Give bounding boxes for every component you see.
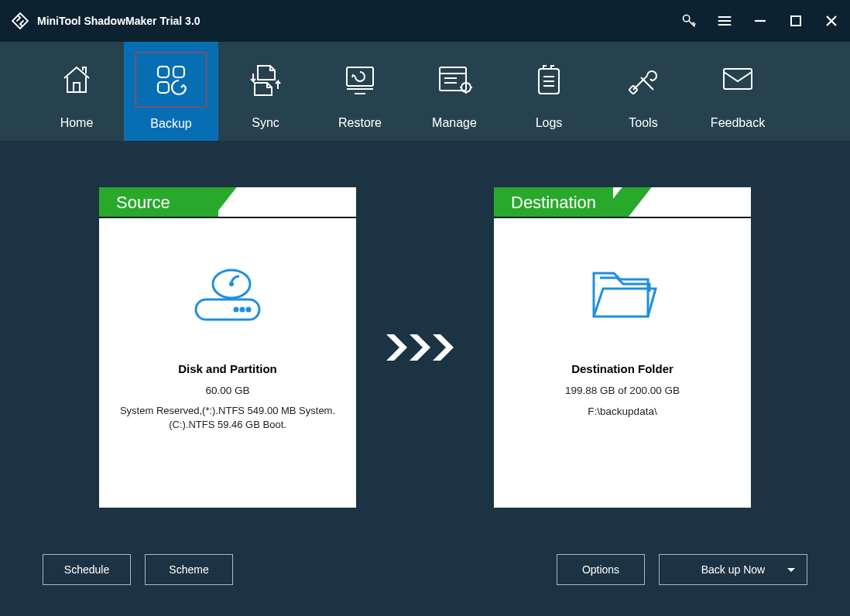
bottom-bar: Schedule Scheme Options Back up Now (43, 554, 807, 585)
close-button[interactable] (824, 13, 839, 29)
svg-point-27 (247, 308, 250, 311)
main-content: Source Disk and Partition 60.00 GB (0, 141, 850, 616)
destination-path: F:\backupdata\ (494, 406, 751, 417)
destination-header-label: Destination (494, 187, 613, 218)
nav-feedback[interactable]: Feedback (691, 42, 785, 141)
nav-label: Logs (536, 116, 563, 130)
svg-rect-11 (158, 82, 169, 93)
title-bar: MiniTool ShadowMaker Trial 3.0 (0, 0, 850, 42)
svg-rect-9 (158, 67, 169, 77)
nav-label: Manage (432, 116, 477, 130)
nav-bar: Home Backup Sync (0, 42, 850, 141)
options-button[interactable]: Options (557, 554, 645, 585)
destination-card-header: Destination (494, 187, 751, 218)
nav-restore[interactable]: Restore (313, 42, 407, 141)
destination-card-body: Destination Folder 199.88 GB of 200.00 G… (494, 218, 751, 417)
caret-down-icon (787, 563, 796, 576)
svg-rect-12 (347, 67, 373, 86)
menu-icon[interactable] (717, 13, 732, 29)
restore-icon (325, 53, 395, 107)
source-card-header: Source (99, 187, 356, 218)
source-title: Disk and Partition (99, 362, 356, 375)
backup-now-button[interactable]: Back up Now (659, 554, 807, 585)
nav-backup[interactable]: Backup (124, 42, 218, 141)
svg-rect-25 (724, 69, 752, 89)
source-header-label: Source (99, 187, 218, 218)
source-detail: System Reserved,(*:).NTFS 549.00 MB Syst… (99, 404, 356, 431)
arrow-icon (382, 328, 468, 367)
source-card-body: Disk and Partition 60.00 GB System Reser… (99, 218, 356, 431)
nav-label: Feedback (711, 116, 765, 130)
nav-manage[interactable]: Manage (407, 42, 502, 141)
nav-logs[interactable]: Logs (502, 42, 596, 141)
svg-point-0 (684, 15, 690, 22)
destination-card[interactable]: Destination Destination Folder 199.88 GB… (494, 187, 751, 508)
nav-home[interactable]: Home (29, 42, 124, 141)
destination-title: Destination Folder (494, 362, 751, 375)
manage-icon (420, 53, 489, 107)
folder-icon (494, 249, 751, 342)
disk-icon (99, 249, 356, 342)
nav-label: Restore (338, 116, 382, 130)
schedule-button[interactable]: Schedule (43, 554, 131, 585)
button-label: Back up Now (701, 563, 765, 576)
nav-label: Backup (150, 117, 191, 131)
maximize-button[interactable] (788, 13, 804, 29)
svg-point-29 (235, 308, 238, 311)
cards-row: Source Disk and Partition 60.00 GB (43, 187, 807, 508)
feedback-icon (703, 53, 773, 107)
button-label: Scheme (169, 563, 208, 576)
backup-icon (135, 52, 207, 108)
source-card[interactable]: Source Disk and Partition 60.00 GB (99, 187, 356, 508)
nav-label: Tools (629, 116, 657, 130)
button-label: Options (582, 563, 619, 576)
bottom-left-buttons: Schedule Scheme (43, 554, 233, 585)
svg-point-28 (241, 308, 244, 311)
app-title: MiniTool ShadowMaker Trial 3.0 (37, 15, 201, 27)
source-size: 60.00 GB (99, 385, 356, 396)
nav-label: Home (60, 116, 94, 130)
svg-rect-8 (74, 83, 80, 92)
svg-point-31 (229, 282, 234, 286)
bottom-right-buttons: Options Back up Now (557, 554, 807, 585)
logs-icon (514, 53, 584, 107)
home-icon (42, 53, 111, 107)
sync-icon (231, 53, 300, 107)
nav-sync[interactable]: Sync (218, 42, 313, 141)
destination-size: 199.88 GB of 200.00 GB (494, 385, 751, 396)
minimize-button[interactable] (752, 13, 768, 29)
svg-rect-10 (173, 67, 184, 77)
button-label: Schedule (64, 563, 109, 576)
title-bar-right (681, 13, 839, 29)
title-bar-left: MiniTool ShadowMaker Trial 3.0 (11, 12, 201, 30)
app-logo-icon (11, 12, 29, 30)
key-icon[interactable] (681, 13, 697, 29)
svg-rect-5 (791, 16, 800, 26)
scheme-button[interactable]: Scheme (145, 554, 233, 585)
nav-tools[interactable]: Tools (596, 42, 691, 141)
nav-label: Sync (252, 116, 279, 130)
tools-icon (608, 53, 678, 107)
